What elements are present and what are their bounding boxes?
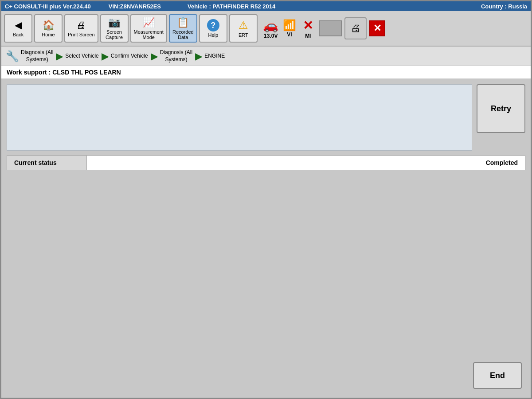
measurement-label: Measurement Mode bbox=[134, 29, 164, 40]
breadcrumb-label-0: Diagnosis (All Systems) bbox=[21, 49, 53, 63]
recorded-data-label: Recorded Data bbox=[172, 29, 194, 40]
breadcrumb-item-0: 🔧 Diagnosis (All Systems) bbox=[6, 49, 53, 63]
vehicle-info: Vehicle : PATHFINDER R52 2014 bbox=[188, 3, 275, 10]
retry-button[interactable]: Retry bbox=[477, 84, 525, 133]
status-row: Current status Completed bbox=[7, 155, 525, 170]
work-title: Work support : CLSD THL POS LEARN bbox=[1, 66, 531, 79]
signal-icon: 📶 bbox=[283, 19, 296, 31]
country-info: Country : Russia bbox=[481, 3, 527, 10]
voltage-display: 🚗 13.0V bbox=[263, 18, 279, 39]
end-button[interactable]: End bbox=[473, 362, 522, 389]
recorded-data-button[interactable]: 📋 Recorded Data bbox=[169, 14, 197, 43]
title-bar: C+ CONSULT-III plus Ver.224.40 VIN:Z8NVA… bbox=[1, 1, 531, 11]
breadcrumb-arrow-0: ▶ bbox=[56, 51, 63, 62]
back-icon: ◀ bbox=[15, 20, 22, 31]
toolbar: ◀ Back 🏠 Home 🖨 Print Screen 📷 Screen Ca… bbox=[1, 11, 531, 47]
x-icon: ✕ bbox=[303, 18, 313, 33]
print-icon: 🖨 bbox=[351, 23, 360, 34]
back-label: Back bbox=[13, 32, 23, 37]
breadcrumb-arrow-1: ▶ bbox=[102, 51, 108, 62]
print-screen-label: Print Screen bbox=[68, 32, 95, 37]
breadcrumb-item-3: Diagnosis (All Systems) bbox=[160, 49, 192, 63]
car-icon: 🚗 bbox=[263, 18, 278, 33]
breadcrumb-item-2: Confirm Vehicle bbox=[111, 53, 148, 60]
home-button[interactable]: 🏠 Home bbox=[34, 14, 63, 43]
measurement-icon: 📈 bbox=[143, 17, 155, 28]
printer-icon: 🖨 bbox=[76, 20, 86, 31]
vin-info: VIN:Z8NVANR52ES bbox=[109, 3, 161, 10]
breadcrumb-item-1: Select Vehicle bbox=[65, 53, 98, 60]
ert-icon: ⚠ bbox=[239, 19, 248, 31]
mi-label: MI bbox=[305, 33, 311, 39]
screen-capture-button[interactable]: 📷 Screen Capture bbox=[100, 14, 129, 43]
app-name: C+ CONSULT-III plus Ver.224.40 bbox=[5, 3, 91, 10]
status-label: Current status bbox=[7, 156, 87, 170]
breadcrumb-arrow-3: ▶ bbox=[195, 51, 202, 62]
main-content: Retry Current status Completed End bbox=[1, 79, 531, 398]
technician-icon: 🔧 bbox=[6, 50, 19, 63]
toolbar-right: 🚗 13.0V 📶 VI ✕ MI 🖨 ✕ bbox=[263, 17, 385, 39]
breadcrumb-item-4: ENGINE bbox=[204, 53, 225, 60]
content-row: Retry bbox=[7, 84, 525, 151]
work-title-text: Work support : CLSD THL POS LEARN bbox=[7, 69, 121, 76]
breadcrumb: 🔧 Diagnosis (All Systems) ▶ Select Vehic… bbox=[1, 47, 531, 66]
back-button[interactable]: ◀ Back bbox=[4, 14, 32, 43]
screen-capture-label: Screen Capture bbox=[106, 29, 123, 40]
breadcrumb-label-3: Diagnosis (All Systems) bbox=[160, 49, 192, 63]
vi-label: VI bbox=[287, 31, 292, 38]
home-icon: 🏠 bbox=[43, 20, 55, 31]
gray-rect-button[interactable] bbox=[319, 20, 342, 36]
voltage-value: 13.0V bbox=[264, 33, 278, 39]
print-button[interactable]: 🖨 bbox=[344, 17, 367, 39]
breadcrumb-label-2: Confirm Vehicle bbox=[111, 53, 148, 60]
camera-icon: 📷 bbox=[108, 17, 120, 28]
help-button[interactable]: ? Help bbox=[199, 14, 227, 43]
recorded-data-icon: 📋 bbox=[177, 17, 189, 28]
print-screen-button[interactable]: 🖨 Print Screen bbox=[64, 14, 98, 43]
breadcrumb-label-1: Select Vehicle bbox=[65, 53, 98, 60]
close-window-button[interactable]: ✕ bbox=[369, 20, 385, 36]
mi-display: ✕ MI bbox=[300, 18, 316, 39]
ert-button[interactable]: ⚠ ERT bbox=[229, 14, 258, 43]
measurement-mode-button[interactable]: 📈 Measurement Mode bbox=[130, 14, 167, 43]
vi-display: 📶 VI bbox=[282, 19, 297, 38]
ert-label: ERT bbox=[239, 32, 248, 38]
home-label: Home bbox=[42, 32, 55, 37]
breadcrumb-arrow-2: ▶ bbox=[151, 51, 157, 62]
info-box bbox=[7, 84, 472, 151]
help-label: Help bbox=[208, 32, 218, 38]
breadcrumb-label-4: ENGINE bbox=[204, 53, 225, 60]
status-value: Completed bbox=[87, 156, 525, 170]
help-icon: ? bbox=[207, 19, 219, 31]
